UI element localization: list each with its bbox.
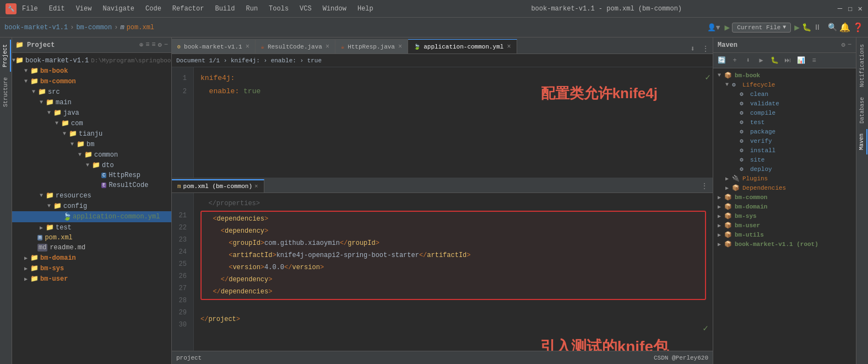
- side-tab-database[interactable]: Database: [858, 93, 867, 128]
- maven-bm-common[interactable]: ▶ 📦 bm-common: [713, 192, 856, 202]
- tab-more-button[interactable]: ⋮: [698, 44, 713, 53]
- help-button[interactable]: ❓: [853, 22, 864, 33]
- maven-debug-button[interactable]: 🐛: [768, 55, 780, 66]
- tree-readme[interactable]: md readme.md: [12, 243, 171, 253]
- tree-bm[interactable]: ▼ 📁 bm: [12, 139, 171, 149]
- side-tab-notifications[interactable]: Notifications: [858, 40, 867, 92]
- maximize-button[interactable]: ☐: [848, 4, 852, 13]
- tree-pom-xml[interactable]: m pom.xml: [12, 233, 171, 243]
- side-tab-maven[interactable]: Maven: [857, 129, 867, 154]
- xml-code[interactable]: </properties> <dependencies> <dependency…: [194, 193, 713, 351]
- debug-button[interactable]: 🐛: [802, 23, 811, 32]
- tree-bm-sys[interactable]: ▶ 📁 bm-sys: [12, 263, 171, 274]
- menu-code[interactable]: Code: [143, 4, 164, 14]
- maven-hide-button[interactable]: −: [848, 41, 851, 49]
- maven-bm-sys[interactable]: ▶ 📦 bm-sys: [713, 211, 856, 221]
- pom-tab-close[interactable]: ×: [254, 183, 258, 190]
- menu-file[interactable]: File: [20, 4, 40, 14]
- tree-test[interactable]: ▶ 📁 test: [12, 222, 171, 233]
- close-button[interactable]: ✕: [858, 4, 862, 13]
- maven-bm-book[interactable]: ▼ 📦 bm-book: [713, 71, 856, 80]
- tree-bm-book[interactable]: ▼ 📁 bm-book: [12, 66, 171, 76]
- menu-help[interactable]: Help: [355, 4, 376, 14]
- breadcrumb-module[interactable]: bm-common: [76, 24, 112, 31]
- breadcrumb-file[interactable]: pom.xml: [127, 24, 154, 31]
- menu-navigate[interactable]: Navigate: [100, 4, 137, 14]
- profile-run-button[interactable]: ⏸: [813, 23, 821, 32]
- pom-tab-active[interactable]: m pom.xml (bm-common) ×: [172, 179, 264, 192]
- tree-dto[interactable]: ▼ 📁 dto: [12, 160, 171, 170]
- menu-build[interactable]: Build: [213, 4, 237, 14]
- collapse-all-button[interactable]: ≡: [151, 41, 155, 49]
- run-config-button[interactable]: ▶: [724, 22, 730, 33]
- locate-file-button[interactable]: ⊕: [139, 41, 143, 49]
- maven-bm-utils[interactable]: ▶ 📦 bm-utils: [713, 230, 856, 239]
- tree-common[interactable]: ▼ 📁 common: [12, 149, 171, 160]
- maven-package[interactable]: ⚙ package: [713, 127, 856, 136]
- tree-com[interactable]: ▼ 📁 com: [12, 118, 171, 129]
- side-tab-structure[interactable]: Structure: [1, 73, 10, 111]
- maven-clean[interactable]: ⚙ clean: [713, 89, 856, 99]
- tree-resources[interactable]: ▼ 📁 resources: [12, 190, 171, 201]
- current-file-dropdown[interactable]: Current File ▼: [732, 23, 791, 33]
- tree-application-yml[interactable]: 🍃 application-common.yml: [12, 211, 171, 222]
- maven-refresh-button[interactable]: 🔄: [715, 55, 728, 66]
- menu-tools[interactable]: Tools: [267, 4, 291, 14]
- project-settings-button[interactable]: ⚙: [158, 41, 162, 49]
- tab-close-bm[interactable]: ×: [246, 43, 249, 51]
- maven-bm-domain[interactable]: ▶ 📦 bm-domain: [713, 202, 856, 211]
- tree-bm-user[interactable]: ▶ 📁 bm-user: [12, 274, 171, 284]
- maven-site[interactable]: ⚙ site: [713, 155, 856, 164]
- tab-book-market[interactable]: ⚙ book-market-v1.1 ×: [172, 39, 256, 53]
- tree-bm-common[interactable]: ▼ 📁 bm-common: [12, 76, 171, 87]
- tab-close-hr[interactable]: ×: [398, 43, 402, 51]
- maven-plugins[interactable]: ▶ 🔌 Plugins: [713, 174, 856, 183]
- tree-bm-domain[interactable]: ▶ 📁 bm-domain: [12, 253, 171, 263]
- maven-collapse-button[interactable]: ≡: [808, 55, 820, 66]
- tab-list-button[interactable]: ⬇: [687, 44, 698, 53]
- maven-verify[interactable]: ⚙ verify: [713, 136, 856, 146]
- tab-close-yml[interactable]: ×: [507, 43, 511, 51]
- maven-test[interactable]: ⚙ test: [713, 117, 856, 127]
- search-everywhere-button[interactable]: 🔍: [828, 23, 837, 32]
- menu-vcs[interactable]: VCS: [297, 4, 314, 14]
- tree-config[interactable]: ▼ 📁 config: [12, 201, 171, 211]
- maven-install[interactable]: ⚙ install: [713, 146, 856, 155]
- tree-main[interactable]: ▼ 📁 main: [12, 97, 171, 108]
- maven-skip-tests-button[interactable]: ⏭: [782, 55, 794, 66]
- maven-root[interactable]: ▶ 📦 book-market-v1.1 (root): [713, 239, 856, 249]
- maven-dependencies[interactable]: ▶ 📦 Dependencies: [713, 183, 856, 192]
- tab-app-yml[interactable]: 🍃 application-common.yml ×: [408, 39, 517, 53]
- pom-tab-more[interactable]: ⋮: [696, 179, 713, 192]
- tree-root[interactable]: ▼ 📁 book-market-v1.1 D:\Myprogram\spring…: [12, 55, 171, 66]
- expand-all-button[interactable]: ≡: [145, 41, 149, 49]
- maven-settings-button[interactable]: ⚙: [842, 41, 845, 49]
- breadcrumb-root[interactable]: book-market-v1.1: [4, 24, 68, 31]
- tree-tianju[interactable]: ▼ 📁 tianju: [12, 129, 171, 139]
- menu-window[interactable]: Window: [321, 4, 349, 14]
- maven-show-deps-button[interactable]: 📊: [795, 55, 807, 66]
- tab-close-rc[interactable]: ×: [326, 43, 329, 51]
- side-tab-project[interactable]: Project: [1, 40, 11, 72]
- menu-view[interactable]: View: [74, 4, 94, 14]
- run-button[interactable]: ▶: [794, 22, 800, 33]
- menu-edit[interactable]: Edit: [47, 4, 67, 14]
- code-container[interactable]: 1 2 knife4j: enable: true 配置类允许knife4j ✓…: [172, 67, 713, 364]
- maven-lifecycle[interactable]: ▼ ⚙ Lifecycle: [713, 80, 856, 89]
- maven-run-button[interactable]: ▶: [755, 55, 767, 66]
- menu-refactor[interactable]: Refactor: [170, 4, 207, 14]
- maven-deploy[interactable]: ⚙ deploy: [713, 164, 856, 174]
- tab-resultcode[interactable]: ☕ ResultCode.java ×: [256, 39, 335, 53]
- maven-validate[interactable]: ⚙ validate: [713, 99, 856, 108]
- menu-run[interactable]: Run: [243, 4, 260, 14]
- maven-add-button[interactable]: +: [729, 55, 741, 66]
- maven-bm-user[interactable]: ▶ 📦 bm-user: [713, 221, 856, 230]
- maven-compile[interactable]: ⚙ compile: [713, 108, 856, 117]
- tree-src[interactable]: ▼ 📁 src: [12, 87, 171, 97]
- minimize-button[interactable]: —: [838, 4, 842, 13]
- tree-resultcode[interactable]: E ResultCode: [12, 180, 171, 190]
- profile-button[interactable]: 👤▼: [707, 23, 720, 32]
- notifications-button[interactable]: 🔔: [839, 22, 850, 33]
- tree-java[interactable]: ▼ 📁 java: [12, 108, 171, 118]
- maven-download-button[interactable]: ⬇: [742, 55, 754, 66]
